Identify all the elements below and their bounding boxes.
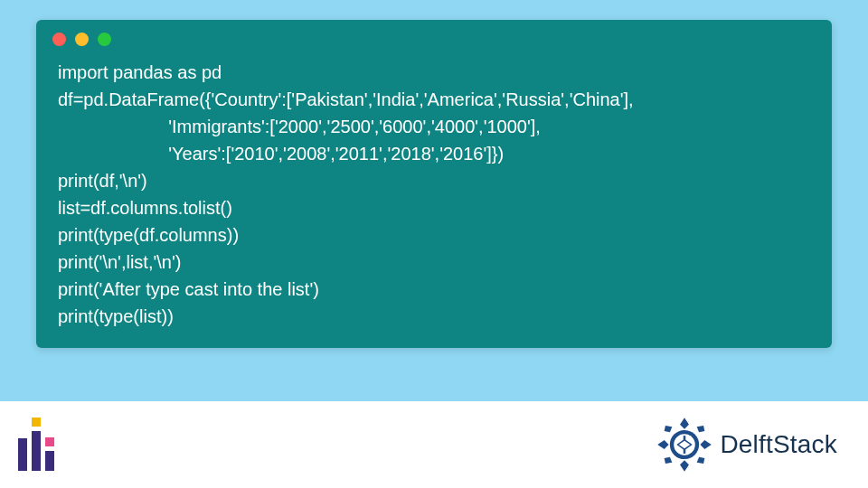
code-window: import pandas as pd df=pd.DataFrame({'Co… (36, 20, 832, 348)
window-titlebar (36, 20, 832, 55)
svg-marker-3 (701, 440, 712, 449)
code-block: import pandas as pd df=pd.DataFrame({'Co… (36, 55, 832, 348)
svg-marker-7 (697, 457, 705, 464)
brand-logo: DelftStack (656, 417, 837, 473)
svg-marker-5 (697, 426, 705, 432)
maximize-icon[interactable] (98, 33, 111, 46)
brand-badge-icon (656, 417, 712, 473)
svg-marker-6 (665, 457, 673, 464)
footer-bar: DelftStack (0, 401, 868, 488)
close-icon[interactable] (52, 33, 66, 46)
brand-name: DelftStack (720, 430, 837, 459)
svg-marker-4 (665, 426, 673, 432)
svg-marker-1 (680, 460, 689, 471)
svg-rect-13 (684, 449, 685, 454)
bars-logo-icon (18, 418, 54, 471)
svg-rect-12 (684, 436, 685, 440)
svg-marker-0 (680, 418, 689, 428)
svg-marker-2 (658, 440, 669, 449)
minimize-icon[interactable] (75, 33, 89, 46)
